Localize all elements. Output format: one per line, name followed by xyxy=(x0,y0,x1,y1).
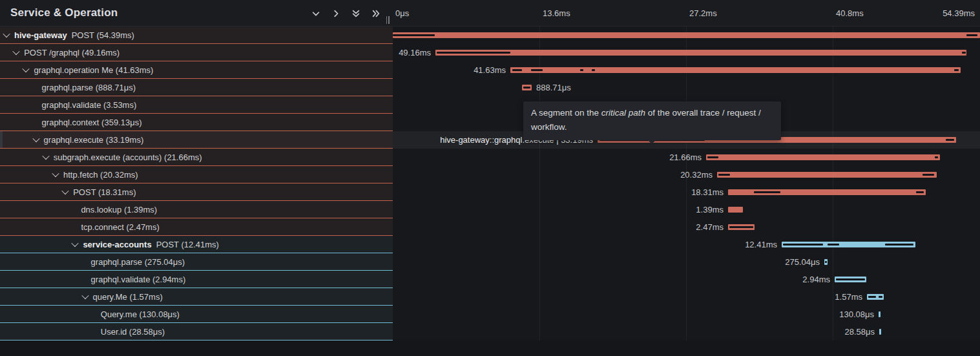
span-bar-sa-graphql-parse[interactable] xyxy=(824,259,828,265)
ruler-tick: 0μs xyxy=(395,8,409,18)
chevron-down-icon[interactable] xyxy=(81,292,89,299)
panel-resizer-handle[interactable] xyxy=(384,16,391,25)
service-name: hive-gateway xyxy=(14,30,67,40)
double-chevron-down-icon[interactable] xyxy=(351,8,361,19)
critical-path-segment xyxy=(592,69,595,71)
span-bar-tcp-connect[interactable] xyxy=(728,224,755,230)
timeline-row-dns-lookup: 1.39ms xyxy=(393,201,980,218)
timeline-panel: 0μs13.6ms27.2ms40.8ms54.39ms 49.16ms41.6… xyxy=(393,0,980,356)
duration-label: 12.41ms xyxy=(745,236,777,253)
critical-path-segment xyxy=(946,139,954,141)
span-bar-subgraph-execute-accounts[interactable] xyxy=(706,154,940,160)
duration-label: 21.66ms xyxy=(669,149,702,166)
span-label: POST /graphql (49.16ms) xyxy=(24,48,120,58)
critical-path-segment xyxy=(916,191,924,193)
chevron-down-icon[interactable] xyxy=(3,30,10,37)
chevron-right-icon[interactable] xyxy=(331,8,341,19)
tree-row-http-fetch[interactable]: http.fetch (20.32ms) xyxy=(0,166,393,183)
duration-label: 1.39ms xyxy=(696,201,724,218)
span-label: User.id (28.58μs) xyxy=(101,327,165,337)
timeline-row-subgraph-execute-accounts: 21.66ms xyxy=(393,149,980,166)
span-bar-post[interactable] xyxy=(728,189,926,195)
ruler-tick: 13.6ms xyxy=(543,8,570,18)
span-label: POST (54.39ms) xyxy=(72,30,134,40)
critical-path-segment xyxy=(825,261,827,263)
critical-path-tooltip: A segment on the critical path of the ov… xyxy=(523,101,781,140)
span-label: graphql.operation Me (41.63ms) xyxy=(34,65,153,75)
tree-row-query-me[interactable]: query.Me (1.57ms) xyxy=(0,288,393,306)
span-label: graphql.context (359.13μs) xyxy=(42,118,142,127)
duration-label: 41.63ms xyxy=(474,61,506,79)
tree-row-tcp-connect[interactable]: tcp.connect (2.47ms) xyxy=(0,218,393,236)
tree-row-graphql-parse[interactable]: graphql.parse (888.71μs) xyxy=(0,79,393,96)
span-bar-user-id[interactable] xyxy=(879,329,881,335)
span-bar-service-accounts-post[interactable] xyxy=(782,242,915,247)
timeline-row-graphql-parse: 888.71μs xyxy=(393,79,980,96)
chevron-down-icon[interactable] xyxy=(52,170,59,177)
chevron-down-icon[interactable] xyxy=(32,135,39,142)
critical-path-segment xyxy=(828,244,839,246)
chevron-down-icon[interactable] xyxy=(42,152,49,160)
duration-label: 2.94ms xyxy=(802,271,830,288)
critical-path-segment xyxy=(580,69,583,71)
timeline-row-query-me: 1.57ms xyxy=(393,288,980,306)
timeline-ruler: 0μs13.6ms27.2ms40.8ms54.39ms xyxy=(393,0,980,26)
tooltip-text-italic: critical path xyxy=(601,108,645,118)
tree-row-post-graphql[interactable]: POST /graphql (49.16ms) xyxy=(0,44,393,61)
span-tree: hive-gatewayPOST (54.39ms)POST /graphql … xyxy=(0,26,393,340)
tree-row-sa-graphql-parse[interactable]: graphql.parse (275.04μs) xyxy=(0,253,393,271)
chevron-down-icon[interactable] xyxy=(13,48,20,55)
double-chevron-right-icon[interactable] xyxy=(371,8,381,19)
tree-row-subgraph-execute-accounts[interactable]: subgraph.execute (accounts) (21.66ms) xyxy=(0,149,393,166)
critical-path-segment xyxy=(783,244,823,246)
span-label: dns.lookup (1.39ms) xyxy=(81,205,157,215)
tree-row-graphql-context[interactable]: graphql.context (359.13μs) xyxy=(0,114,393,131)
tree-row-sa-graphql-validate[interactable]: graphql.validate (2.94ms) xyxy=(0,271,393,288)
ruler-tick: 54.39ms xyxy=(943,8,975,18)
tree-row-graphql-execute[interactable]: graphql.execute (33.19ms) xyxy=(0,131,393,149)
tree-row-dns-lookup[interactable]: dns.lookup (1.39ms) xyxy=(0,201,393,218)
duration-label: 130.08μs xyxy=(839,306,874,323)
tree-controls xyxy=(311,0,381,26)
chevron-down-icon[interactable] xyxy=(311,8,321,19)
tree-row-query-me-field[interactable]: Query.me (130.08μs) xyxy=(0,306,393,323)
span-label: graphql.validate (3.53ms) xyxy=(42,100,137,110)
chevron-down-icon[interactable] xyxy=(62,187,69,194)
chevron-down-icon[interactable] xyxy=(23,65,30,72)
timeline-row-post: 18.31ms xyxy=(393,183,980,201)
critical-path-segment xyxy=(523,87,530,89)
span-bar-graphql-parse[interactable] xyxy=(522,85,532,90)
critical-path-segment xyxy=(836,278,865,280)
span-label: graphql.parse (888.71μs) xyxy=(42,83,136,92)
trace-viewer: Service & Operation hive-gatewayPOST (54… xyxy=(0,0,980,356)
critical-path-segment xyxy=(885,244,913,246)
tree-row-hive-gateway-post[interactable]: hive-gatewayPOST (54.39ms) xyxy=(0,26,393,44)
span-bar-dns-lookup[interactable] xyxy=(728,207,743,213)
timeline-row-hive-gateway-post xyxy=(393,26,980,44)
span-label: query.Me (1.57ms) xyxy=(93,292,163,302)
critical-path-segment xyxy=(531,69,543,71)
service-name: service-accounts xyxy=(83,240,151,249)
timeline-row-query-me-field: 130.08μs xyxy=(393,306,980,323)
tree-row-graphql-validate[interactable]: graphql.validate (3.53ms) xyxy=(0,96,393,114)
tree-row-graphql-operation-me[interactable]: graphql.operation Me (41.63ms) xyxy=(0,61,393,79)
span-bar-post-graphql[interactable] xyxy=(435,50,966,56)
ruler-tick: 40.8ms xyxy=(836,8,864,18)
span-bar-http-fetch[interactable] xyxy=(717,172,937,178)
timeline-row-service-accounts-post: 12.41ms xyxy=(393,236,980,253)
span-bar-graphql-operation-me[interactable] xyxy=(510,67,961,73)
tree-row-service-accounts-post[interactable]: service-accountsPOST (12.41ms) xyxy=(0,236,393,253)
span-label: http.fetch (20.32ms) xyxy=(63,170,138,180)
span-bar-query-me-field[interactable] xyxy=(879,311,881,317)
span-bar-hive-gateway-post[interactable] xyxy=(393,32,980,38)
critical-path-segment xyxy=(729,226,753,228)
tree-row-post[interactable]: POST (18.31ms) xyxy=(0,183,393,201)
span-label: graphql.validate (2.94ms) xyxy=(91,275,186,284)
span-bar-query-me[interactable] xyxy=(867,294,884,300)
tree-row-user-id[interactable]: User.id (28.58μs) xyxy=(0,323,393,340)
chevron-down-icon[interactable] xyxy=(72,240,79,247)
span-bar-sa-graphql-validate[interactable] xyxy=(835,277,866,282)
duration-label: 275.04μs xyxy=(785,253,820,271)
critical-path-segment xyxy=(718,174,730,176)
duration-label: 28.58μs xyxy=(844,323,875,340)
